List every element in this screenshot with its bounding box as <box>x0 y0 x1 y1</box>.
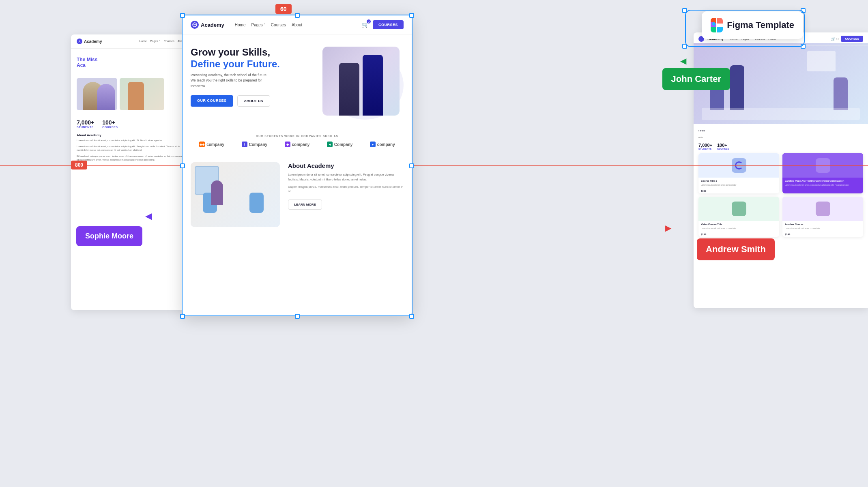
about-body: Lorem ipsum dolor sit amet, consectetur … <box>288 172 404 182</box>
left-text-block: About Academy Lorem ipsum dolor sit amet… <box>71 133 191 162</box>
about-text: About Academy Lorem ipsum dolor sit amet… <box>288 162 404 210</box>
company-icon-3: ◆ <box>285 142 290 147</box>
about-section: About Academy Lorem ipsum dolor sit amet… <box>183 154 412 235</box>
main-nav-pages[interactable]: Pages ˅ <box>251 23 265 27</box>
rp-stats: 7,000+ STUDENTS 100+ COURSES <box>694 139 868 153</box>
company-icon-1: ◈◈ <box>199 142 205 147</box>
rp-section-title: rses <box>694 124 868 135</box>
left-img-1 <box>77 78 117 110</box>
main-logo: Academy <box>191 21 224 29</box>
companies-section: OUR STUDENTS WORK IN COMPANIES SUCH AS ◈… <box>183 128 412 154</box>
main-btn-about[interactable]: ABOUT US <box>237 95 270 107</box>
rp-whiteboard <box>807 51 836 71</box>
badge-sophie: Sophie Moore <box>76 226 142 246</box>
arrow-purple-left: ◀ <box>145 211 152 221</box>
left-logo-icon: A <box>77 39 82 44</box>
main-hero-text: Grow your Skills, Define your Future. Pr… <box>191 47 322 120</box>
left-panel-preview: A Academy Home Pages ˅ Courses About The… <box>71 34 191 310</box>
rp-card-icon-3 <box>732 202 746 216</box>
left-stats: 7,000+ STUDENTS 100+ COURSES <box>71 114 191 133</box>
rp-course-card-1[interactable]: Course Title 1 Lorem ipsum dolor sit ame… <box>698 153 779 193</box>
figma-badge: Figma Template <box>702 11 803 39</box>
rp-with-label: with <box>694 135 868 139</box>
left-stat-students: 7,000+ STUDENTS <box>77 119 94 129</box>
left-nav-items: Home Pages ˅ Courses About <box>139 40 185 43</box>
figma-icon-bottom-right <box>717 27 723 32</box>
main-btn-courses[interactable]: OUR COURSES <box>191 95 233 107</box>
rp-card-icon-4 <box>816 202 830 216</box>
person-silhouette-3 <box>128 82 144 110</box>
figma-icon <box>711 18 723 32</box>
rp-card-body-4: Another Course Lorem ipsum dolor sit ame… <box>782 221 863 232</box>
rp-person-2 <box>730 65 744 110</box>
main-hero-h1: Grow your Skills, Define your Future. <box>191 47 318 70</box>
main-nav-home[interactable]: Home <box>235 23 246 27</box>
company-2: ⁞ Company <box>242 142 268 147</box>
left-nav: A Academy Home Pages ˅ Courses About <box>71 34 191 49</box>
rp-cart: 🛒 0 <box>831 37 839 41</box>
arrow-red: ▶ <box>665 223 671 233</box>
rp-nav-right: 🛒 0 COURSES <box>831 36 863 42</box>
main-nav-items: Home Pages ˅ Courses About <box>235 23 302 27</box>
main-courses-btn[interactable]: COURSES <box>373 20 404 29</box>
company-icon-5: ● <box>370 142 376 147</box>
rp-course-card-4[interactable]: Another Course Lorem ipsum dolor sit ame… <box>782 197 863 237</box>
left-stat-courses: 100+ COURSES <box>102 119 118 129</box>
main-logo-text: Academy <box>201 22 224 28</box>
learn-more-btn[interactable]: LEARN MORE <box>288 200 322 210</box>
badge-800: 800 <box>71 161 87 169</box>
left-img-2 <box>120 78 164 110</box>
hero-person-1 <box>339 63 359 116</box>
companies-label: OUR STUDENTS WORK IN COMPANIES SUCH AS <box>191 135 404 137</box>
company-1: ◈◈ company <box>199 142 224 147</box>
hero-photo <box>322 47 400 116</box>
left-hero-title: The Miss Aca <box>77 57 185 68</box>
figma-icon-bottom-left <box>711 27 716 32</box>
left-nav-home: Home <box>139 40 147 43</box>
figma-handle-tl[interactable] <box>682 8 687 13</box>
main-nav-courses[interactable]: Courses <box>271 23 286 27</box>
about-image <box>191 162 280 227</box>
company-icon-2: ⁞ <box>242 142 247 147</box>
arrow-green: ◀ <box>680 56 686 66</box>
main-hero-desc: Presenting Academy, the tech school of t… <box>191 73 272 89</box>
main-nav: Academy Home Pages ˅ Courses About 🛒0 CO… <box>183 15 412 34</box>
badge-john: John Carter <box>662 68 730 90</box>
left-nav-courses: Courses <box>164 40 174 43</box>
hero-person-2 <box>363 55 383 116</box>
left-hero: The Miss Aca <box>71 49 191 74</box>
rp-card-body-2: Landing Page A/B Testing Conversion Opti… <box>782 178 863 189</box>
rp-card-img-3 <box>698 197 779 221</box>
company-5: ● company <box>370 142 395 147</box>
rp-course-card-2[interactable]: Landing Page A/B Testing Conversion Opti… <box>782 153 863 193</box>
rp-table <box>702 108 860 120</box>
about-body-2: Sapien magna purus, maecenas arcu, enim … <box>288 185 404 194</box>
rp-card-body-1: Course Title 1 Lorem ipsum dolor sit ame… <box>698 178 779 189</box>
cart-icon[interactable]: 🛒0 <box>362 21 369 28</box>
left-logo: A Academy <box>77 39 102 44</box>
main-hero: Grow your Skills, Define your Future. Pr… <box>183 34 412 128</box>
silhouette-2 <box>97 84 115 110</box>
main-nav-about[interactable]: About <box>292 23 302 27</box>
rp-card-img-4 <box>782 197 863 221</box>
ruler-line <box>0 165 868 166</box>
company-4: ◄ Company <box>327 142 353 147</box>
company-3: ◆ company <box>285 142 310 147</box>
main-logo-icon <box>191 21 199 29</box>
left-logo-text: Academy <box>84 39 102 44</box>
rp-stat-1: 7,000+ STUDENTS <box>698 143 712 150</box>
badge-60: 60 <box>275 4 292 14</box>
badge-andrew: Andrew Smith <box>697 238 775 260</box>
rp-person-3 <box>834 77 848 110</box>
figma-icon-top-right <box>717 18 723 24</box>
main-panel: Academy Home Pages ˅ Courses About 🛒0 CO… <box>183 15 412 315</box>
rp-courses-grid: Course Title 1 Lorem ipsum dolor sit ame… <box>694 153 868 241</box>
rp-course-card-3[interactable]: Video Course Title Lorem ipsum dolor sit… <box>698 197 779 237</box>
figma-handle-bl[interactable] <box>682 44 687 49</box>
main-hero-buttons: OUR COURSES ABOUT US <box>191 95 318 107</box>
cart-badge: 0 <box>367 19 371 24</box>
company-icon-4: ◄ <box>327 142 333 147</box>
about-title: About Academy <box>288 162 404 169</box>
rp-courses-btn: COURSES <box>841 36 863 42</box>
rp-stat-2: 100+ COURSES <box>717 143 729 150</box>
